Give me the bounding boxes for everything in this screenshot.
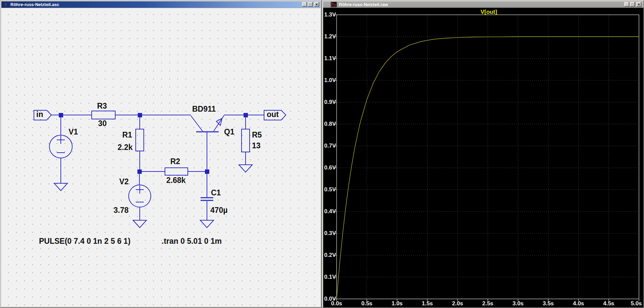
y-axis-label: 0.1V <box>323 274 336 280</box>
voltage-source-V1-symbol[interactable] <box>49 115 72 183</box>
ground-symbol-v2[interactable] <box>133 220 146 228</box>
y-axis-label: 0.3V <box>323 230 336 236</box>
resistor-R3-symbol[interactable] <box>92 111 115 119</box>
value-R3[interactable]: 30 <box>98 119 107 128</box>
trace-legend-vout[interactable]: V[out] <box>469 9 509 15</box>
resistor-R5-symbol[interactable] <box>242 115 250 165</box>
y-axis-label: 0.4V <box>323 208 336 215</box>
spice-directive-tran[interactable]: .tran 0 5.01 0 1m <box>162 237 222 245</box>
ltspice-schematic-icon[interactable] <box>3 2 8 7</box>
x-axis-label: 3.0s <box>511 301 525 307</box>
y-axis-label: 0.8V <box>323 121 336 127</box>
waveform-plot-pane[interactable]: V[out] 1.3V 1.2V 1.1V 1.0V 0.9V 0.8V 0.7… <box>323 8 643 307</box>
schematic-window: Röhre-russ-Netzteil.asc _ □ ✕ <box>0 0 322 308</box>
waveform-grid <box>323 8 643 307</box>
y-axis-label: 1.1V <box>323 55 336 62</box>
label-V2[interactable]: V2 <box>119 177 129 186</box>
maximize-button[interactable]: □ <box>630 2 635 7</box>
label-BD911[interactable]: BD911 <box>192 105 216 113</box>
y-axis-label: 1.3V <box>323 12 336 18</box>
ground-symbol-c1[interactable] <box>200 220 214 228</box>
x-axis-label: 1.5s <box>421 301 434 307</box>
minimize-button[interactable]: _ <box>624 2 629 7</box>
x-axis-label: 2.5s <box>481 301 495 307</box>
transistor-Q1-symbol[interactable] <box>191 115 224 170</box>
maximize-button[interactable]: □ <box>308 2 313 7</box>
waveform-file-icon[interactable] <box>331 2 337 7</box>
x-axis-label: 5.0s <box>630 301 643 307</box>
x-axis-label: 1.0s <box>390 301 404 307</box>
spice-directive-pulse[interactable]: PULSE(0 7.4 0 1n 2 5 6 1) <box>39 237 130 245</box>
label-Q1[interactable]: Q1 <box>224 127 234 136</box>
ground-symbol-v1[interactable] <box>54 183 68 191</box>
resistor-R1-symbol[interactable] <box>136 115 144 171</box>
value-R5[interactable]: 13 <box>252 141 261 150</box>
window-title: Röhre-russ-Netzteil.raw <box>339 2 388 7</box>
value-R1[interactable]: 2.2k <box>118 143 133 152</box>
x-axis-label: 0.5s <box>360 301 374 307</box>
voltage-source-V2-symbol[interactable] <box>129 171 151 220</box>
x-axis-label: 3.5s <box>542 301 555 307</box>
close-button[interactable]: ✕ <box>636 2 641 7</box>
x-axis-label: 2.0s <box>451 301 464 307</box>
port-label-out[interactable]: out <box>267 110 279 119</box>
label-R1[interactable]: R1 <box>122 130 132 139</box>
label-R5[interactable]: R5 <box>252 130 262 139</box>
port-label-in[interactable]: in <box>36 110 43 119</box>
value-C1[interactable]: 470µ <box>210 206 228 215</box>
window-title: Röhre-russ-Netzteil.asc <box>10 2 59 7</box>
y-axis-label: 1.2V <box>323 34 336 40</box>
schematic-window-titlebar[interactable]: Röhre-russ-Netzteil.asc _ □ ✕ <box>1 1 320 8</box>
schematic-canvas[interactable]: in out R3 30 R1 2.2k V1 BD911 Q1 R5 13 R… <box>1 8 320 307</box>
x-axis-label: 0.0s <box>330 301 343 307</box>
ground-symbol-r5[interactable] <box>239 165 252 172</box>
y-axis-label: 0.9V <box>323 99 336 105</box>
value-R2[interactable]: 2.68k <box>166 176 186 185</box>
y-axis-label: 0.7V <box>323 143 336 149</box>
close-button[interactable]: ✕ <box>314 2 319 7</box>
x-axis-label: 4.5s <box>602 301 615 307</box>
value-V2[interactable]: 3.78 <box>114 206 129 215</box>
label-C1[interactable]: C1 <box>211 188 221 197</box>
waveform-window: Röhre-russ-Netzteil.raw _ □ ✕ V[out] 1.3… <box>322 0 644 308</box>
resistor-R2-symbol[interactable] <box>139 168 207 175</box>
y-axis-label: 1.0V <box>323 77 336 83</box>
label-R2[interactable]: R2 <box>170 157 180 166</box>
label-R3[interactable]: R3 <box>97 102 107 110</box>
waveform-window-titlebar[interactable]: Röhre-russ-Netzteil.raw _ □ ✕ <box>323 1 643 8</box>
y-axis-label: 0.5V <box>323 187 336 193</box>
y-axis-label: 0.2V <box>323 252 336 258</box>
x-axis-label: 4.0s <box>572 301 585 307</box>
y-axis-label: 0.6V <box>323 165 336 171</box>
label-V1[interactable]: V1 <box>69 127 78 136</box>
minimize-button[interactable]: _ <box>302 2 307 7</box>
